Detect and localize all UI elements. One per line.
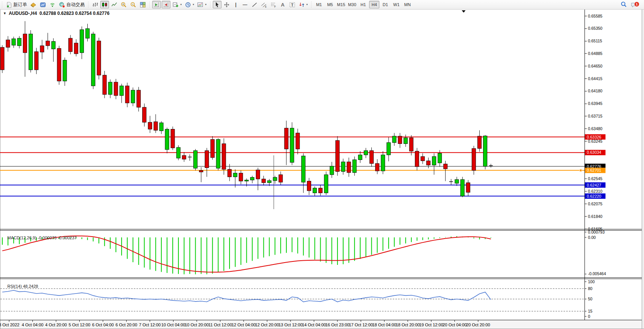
chart-shift-icon [163,2,169,8]
timeframe-m15[interactable]: M15 [336,1,346,8]
zoom-out-button[interactable] [129,1,138,8]
svg-text:3 Oct 2022: 3 Oct 2022 [0,323,19,327]
line-chart-icon [111,2,117,8]
horizontal-line-icon: — [243,2,247,7]
toolbar-grip [87,2,89,8]
arrows-button[interactable]: ▾ [297,1,309,8]
text-label-button[interactable]: T [288,1,297,8]
svg-text:18 Oct 20:00: 18 Oct 20:00 [396,323,420,327]
terminal-window: 新订单 自动交易 [0,0,644,329]
candlestick-chart-icon [101,2,108,8]
timeframe-label: MN [404,2,411,7]
vertical-line-icon: | [235,2,236,7]
templates-button[interactable]: ▾ [196,1,208,8]
svg-text:0.65115: 0.65115 [588,39,602,43]
notifications-button[interactable]: 1 [629,1,638,8]
svg-text:100: 100 [588,279,595,284]
svg-text:0.64885: 0.64885 [588,51,602,56]
zoom-in-button[interactable] [119,1,128,8]
line-chart-button[interactable] [110,1,119,8]
chart-window-title[interactable]: ▼AUDUSD-,H4 0.62788 0.62823 0.62754 0.62… [3,11,109,16]
svg-text:T: T [291,3,293,7]
svg-text:0.62310: 0.62310 [588,189,602,194]
search-button[interactable] [619,1,628,8]
svg-text:0.62701: 0.62701 [587,168,601,173]
signals-button[interactable] [48,1,57,8]
svg-text:0.64180: 0.64180 [588,89,602,93]
svg-text:0.65350: 0.65350 [588,26,602,31]
svg-text:18 Oct 04:00: 18 Oct 04:00 [373,323,397,327]
chart-title-text: AUDUSD-,H4 0.62788 0.62823 0.62754 0.627… [9,11,109,16]
trendline-icon [251,2,258,8]
periods-icon [185,2,191,8]
svg-text:19 Oct 12:00: 19 Oct 12:00 [419,323,443,327]
new-order-icon [6,2,12,8]
timeframe-label: W1 [393,2,400,7]
chart-shift-button[interactable] [162,1,170,8]
chart-canvas[interactable]: 0.655850.653500.651150.648850.646500.644… [0,0,644,329]
toolbar-grip [149,2,151,8]
cursor-icon [214,2,220,8]
text-icon: A [281,2,284,8]
candlestick-chart-button[interactable] [100,1,109,8]
chevron-down-icon: ▼ [3,11,6,15]
svg-text:14 Oct 04:00: 14 Oct 04:00 [302,323,326,327]
svg-text:20 Oct 04:00: 20 Oct 04:00 [443,323,467,327]
svg-text:6 Oct 20:00: 6 Oct 20:00 [116,323,137,327]
rsi-name: RSI(14) [7,284,22,289]
svg-text:0.63034: 0.63034 [587,150,601,155]
timeframe-mn[interactable]: MN [402,1,413,8]
timeframe-m30[interactable]: M30 [347,1,357,8]
dropdown-arrow: ▾ [307,3,308,6]
vertical-line-button[interactable]: | [232,1,240,8]
rsi-value: 48.2428 [23,284,38,289]
macd-indicator-label: MACD(12,26,9) -0.000076 -0.000237 [3,231,77,245]
timeframe-m1[interactable]: M1 [314,1,324,8]
timeframe-m5[interactable]: M5 [325,1,335,8]
rsi-indicator-label: RSI(14) 48.2428 [3,279,38,293]
data-window-icon [40,2,46,8]
fibonacci-button[interactable]: F [269,1,278,8]
text-button[interactable]: A [279,1,287,8]
periods-button[interactable]: ▾ [184,1,196,8]
svg-text:-0.005464: -0.005464 [588,271,606,276]
dropdown-arrow: ▾ [205,3,207,6]
new-order-button[interactable]: 新订单 [5,1,28,8]
svg-text:0.62220: 0.62220 [587,194,601,198]
indicators-icon [172,2,179,8]
equidistant-channel-button[interactable]: E [260,1,268,8]
indicators-button[interactable]: ▾ [171,1,183,8]
data-window-button[interactable] [39,1,47,8]
cursor-button[interactable] [213,1,222,8]
svg-text:4 Oct 20:00: 4 Oct 20:00 [45,323,67,327]
svg-text:F: F [274,5,276,8]
auto-trading-button[interactable]: 自动交易 [58,1,86,8]
svg-text:0.000793: 0.000793 [588,230,605,234]
trendline-button[interactable] [250,1,259,8]
tile-windows-button[interactable] [138,1,147,8]
svg-text:4 Oct 04:00: 4 Oct 04:00 [22,323,43,327]
svg-text:16 Oct 23:00: 16 Oct 23:00 [326,323,350,327]
timeframe-d1[interactable]: D1 [380,1,390,8]
auto-trading-icon [59,2,65,8]
zoom-out-icon [130,2,137,8]
horizontal-line-button[interactable]: — [241,1,249,8]
timeframe-w1[interactable]: W1 [391,1,401,8]
svg-text:E: E [265,5,267,8]
toolbar: 新订单 自动交易 [0,0,644,10]
timeframe-h1[interactable]: H1 [358,1,368,8]
dropdown-arrow: ▾ [180,3,182,6]
auto-scroll-button[interactable] [152,1,161,8]
market-watch-button[interactable] [29,1,38,8]
bar-chart-button[interactable] [91,1,100,8]
timeframe-label: M5 [327,2,333,7]
crosshair-button[interactable] [222,1,231,8]
macd-values: -0.000076 -0.000237 [38,235,77,240]
svg-text:12 Oct 04:00: 12 Oct 04:00 [232,323,256,327]
svg-text:0.63480: 0.63480 [588,126,602,131]
arrows-icon [299,2,305,8]
timeframe-label: M15 [337,2,345,7]
svg-text:13 Oct 12:00: 13 Oct 12:00 [279,323,303,327]
timeframe-h4[interactable]: H4 [369,1,379,8]
toolbar-grip [209,2,211,8]
